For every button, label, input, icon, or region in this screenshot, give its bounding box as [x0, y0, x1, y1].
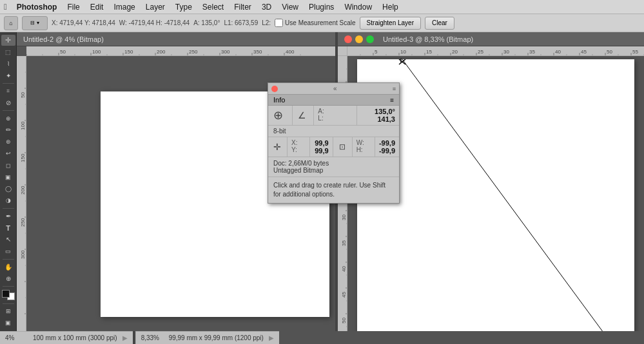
crop-tool[interactable]: ⌗ [1, 86, 15, 97]
svg-text:150: 150 [20, 153, 26, 162]
brush-tool[interactable]: ✏ [1, 124, 15, 135]
straighten-layer-button[interactable]: Straighten Layer [360, 17, 421, 30]
svg-text:350: 350 [253, 49, 262, 55]
svg-text:40: 40 [555, 49, 561, 55]
clone-stamp-tool[interactable]: ⊛ [1, 137, 15, 148]
svg-text:300: 300 [221, 49, 230, 55]
menu-edit[interactable]: Edit [86, 1, 108, 13]
info-close-button[interactable]: ✕ [271, 86, 278, 92]
lasso-tool[interactable]: ⌇ [1, 59, 15, 70]
x-label: X: [291, 139, 306, 146]
menu-layer[interactable]: Layer [141, 1, 170, 13]
ruler-v-svg: 50 100 150 200 250 300 [17, 56, 26, 331]
hand-tool[interactable]: ✋ [1, 262, 15, 272]
info-title: « [333, 85, 337, 92]
svg-text:55: 55 [632, 49, 638, 55]
svg-text:250: 250 [189, 49, 198, 55]
l2-label: L2: [262, 19, 271, 26]
path-selection-tool[interactable]: ↖ [1, 234, 15, 245]
clear-button[interactable]: Clear [425, 17, 454, 30]
svg-text:400: 400 [286, 49, 295, 55]
angle-key-label: A: [318, 108, 352, 115]
x-value: 99,9 [314, 139, 328, 147]
menu-window[interactable]: Window [340, 1, 376, 13]
eraser-tool[interactable]: ◻ [1, 160, 15, 171]
menu-select[interactable]: Select [198, 1, 228, 13]
ruler-h-right-svg: 5 10 15 20 25 30 35 40 45 [347, 46, 644, 56]
minimize-window-button[interactable] [355, 35, 363, 43]
info-angle-label-cell: ∠ [293, 106, 314, 125]
ruler-vertical-left: 50 100 150 200 250 300 [17, 56, 26, 331]
zoom-tool[interactable]: ⊕ [1, 273, 15, 284]
angle-value: 135,0° [361, 108, 395, 115]
measurement-scale-checkbox[interactable] [275, 19, 283, 27]
info-wh-values: -99,9 -99,9 [375, 137, 399, 157]
doc-tab-left[interactable]: Untitled-2 @ 4% (Bitmap) [17, 32, 335, 46]
menu-help[interactable]: Help [378, 1, 403, 13]
text-tool[interactable]: T [1, 222, 15, 233]
quick-mask-button[interactable]: ⊞ [1, 305, 15, 316]
info-eyedropper-cell: ⊕ [268, 106, 293, 125]
dodge-tool[interactable]: ◑ [1, 195, 15, 206]
measurement-scale-label[interactable]: Use Measurement Scale [275, 19, 356, 27]
info-angle-values-cell: 135,0° 141,3 [357, 106, 399, 125]
home-icon[interactable]: ⌂ [4, 16, 18, 30]
move-tool[interactable]: ✛ [1, 35, 15, 46]
svg-text:200: 200 [20, 186, 26, 195]
crosshair-icon: ✛ [273, 142, 281, 152]
healing-brush-tool[interactable]: ⊕ [1, 113, 15, 124]
menu-filter[interactable]: Filter [229, 1, 256, 13]
shape-tool[interactable]: ▭ [1, 246, 15, 257]
zoom-level-right: 8,33% [141, 334, 164, 341]
screen-mode-button[interactable]: ▣ [1, 318, 15, 329]
info-crosshair-cell: ✛ [268, 137, 288, 157]
y-label: Y: [291, 146, 306, 153]
rectangular-marquee-tool[interactable]: ⬚ [1, 46, 15, 57]
doc-size-label: Doc: 2,66M/0 bytes [273, 160, 394, 167]
info-angle-row: ⊕ ∠ A: L: 135,0° 141,3 [268, 106, 399, 126]
doc-size-right: 99,99 mm x 99,99 mm (1200 ppi) [169, 334, 264, 341]
menu-plugins[interactable]: Plugins [304, 1, 338, 13]
color-swatches[interactable] [2, 290, 15, 300]
menu-file[interactable]: File [63, 1, 84, 13]
info-options-button[interactable]: ≡ [390, 97, 394, 104]
svg-text:300: 300 [20, 250, 26, 259]
y-value: 99,9 [314, 147, 328, 155]
eyedropper-tool[interactable]: ⊘ [1, 97, 15, 108]
menu-type[interactable]: Type [171, 1, 197, 13]
svg-text:25: 25 [478, 49, 483, 55]
svg-text:250: 250 [20, 218, 26, 227]
menu-view[interactable]: View [277, 1, 303, 13]
menu-image[interactable]: Image [109, 1, 139, 13]
info-menu-button[interactable]: ≡ [393, 86, 396, 92]
tool-divider-2 [3, 110, 14, 111]
maximize-window-button[interactable] [366, 35, 374, 43]
svg-text:100: 100 [20, 121, 26, 130]
close-window-button[interactable] [344, 35, 352, 43]
pen-tool[interactable]: ✒ [1, 211, 15, 222]
status-arrow-left[interactable]: ▶ [122, 334, 128, 341]
blur-tool[interactable]: ◯ [1, 184, 15, 195]
ruler-options-icon[interactable]: ⊟ ▾ [22, 16, 48, 30]
svg-text:50: 50 [20, 92, 26, 98]
info-titlebar: ✕ « ≡ [268, 83, 399, 95]
h-label: H: [356, 146, 371, 153]
tool-divider-6 [3, 303, 14, 304]
menu-photoshop[interactable]: Photoshop [12, 1, 62, 13]
h-value: -99,9 [379, 147, 395, 155]
l1-label: L1: 6673,59 [224, 19, 258, 26]
doc-title-left: Untitled-2 @ 4% (Bitmap) [23, 35, 104, 43]
w-label: W: [356, 139, 371, 146]
dimensions-label: W: -4719,44 H: -4718,44 [119, 19, 190, 26]
svg-text:30: 30 [341, 215, 347, 220]
menu-3d[interactable]: 3D [257, 1, 276, 13]
l-value: 141,3 [361, 115, 395, 123]
info-coords-row: ✛ X: Y: 99,9 99,9 ⊡ W: H: -99,9 -99,9 [268, 137, 399, 157]
status-arrow-right[interactable]: ▶ [269, 334, 274, 341]
svg-text:15: 15 [426, 49, 432, 55]
eyedropper-icon: ⊕ [273, 108, 283, 122]
gradient-tool[interactable]: ▣ [1, 171, 15, 182]
history-brush-tool[interactable]: ↩ [1, 148, 15, 159]
doc-tab-right[interactable]: Untitled-3 @ 8,33% (Bitmap) [338, 32, 644, 46]
magic-wand-tool[interactable]: ✦ [1, 70, 15, 81]
